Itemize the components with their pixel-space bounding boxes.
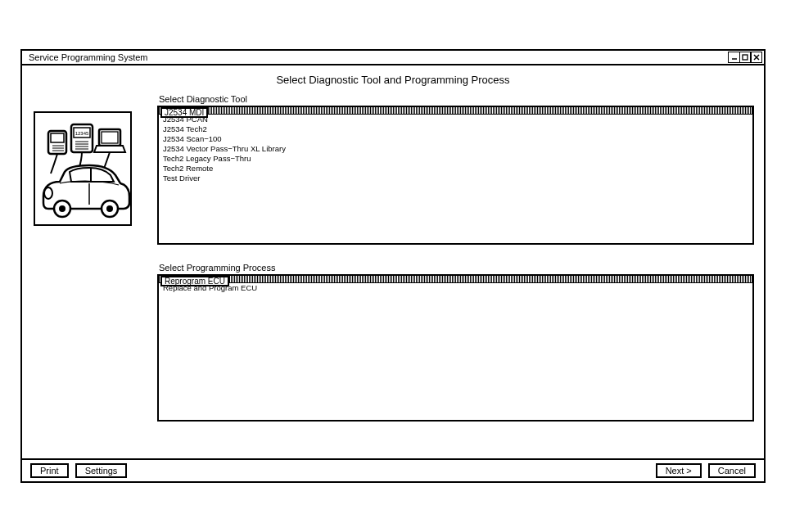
- svg-rect-16: [102, 132, 118, 143]
- list-item[interactable]: J2534 PCAN: [163, 115, 752, 124]
- titlebar: Service Programming System: [22, 51, 764, 65]
- list-item[interactable]: J2534 Vector Pass−Thru XL Library: [163, 144, 752, 154]
- list-item[interactable]: J2534 Scan−100: [163, 134, 752, 144]
- svg-rect-1: [743, 55, 748, 60]
- print-button[interactable]: Print: [30, 463, 69, 478]
- list-item[interactable]: Test Driver: [163, 174, 752, 183]
- programming-process-listbox[interactable]: Reprogram ECU Replace and Program ECU: [157, 274, 754, 422]
- illustration-label: 12345: [75, 131, 89, 136]
- svg-point-18: [44, 187, 52, 199]
- page-title: Select Diagnostic Tool and Programming P…: [22, 65, 764, 91]
- programming-process-selected[interactable]: Reprogram ECU: [160, 276, 229, 286]
- diagnostic-tool-label: Select Diagnostic Tool: [157, 94, 754, 104]
- window-controls: [730, 52, 763, 63]
- cancel-button[interactable]: Cancel: [708, 463, 756, 478]
- diagnostic-tool-listbox[interactable]: J2534 MDI J2534 PCAN J2534 Tech2 J2534 S…: [157, 106, 754, 245]
- close-button[interactable]: [750, 52, 762, 63]
- listbox-header-bar: [159, 276, 752, 283]
- content-area: Select Diagnostic Tool and Programming P…: [22, 65, 764, 481]
- diagnostic-illustration: 12345: [34, 111, 132, 226]
- app-window: Service Programming System Select Diagno…: [20, 49, 766, 483]
- svg-rect-5: [51, 133, 64, 142]
- svg-point-21: [59, 205, 66, 212]
- list-item[interactable]: Tech2 Legacy Pass−Thru: [163, 154, 752, 164]
- programming-process-label: Select Programming Process: [157, 263, 754, 273]
- footer: Print Settings Next > Cancel: [22, 460, 764, 481]
- list-item[interactable]: Replace and Program ECU: [163, 283, 752, 293]
- window-title: Service Programming System: [24, 52, 148, 62]
- diagnostic-tool-selected[interactable]: J2534 MDI: [160, 107, 208, 118]
- main-panel: Select Diagnostic Tool J2534 MDI J2534 P…: [157, 94, 754, 453]
- list-item[interactable]: J2534 Tech2: [163, 124, 752, 134]
- settings-button[interactable]: Settings: [75, 463, 128, 478]
- list-item[interactable]: Tech2 Remote: [163, 164, 752, 174]
- programming-process-items: Replace and Program ECU: [159, 283, 752, 293]
- diagnostic-tool-items: J2534 PCAN J2534 Tech2 J2534 Scan−100 J2…: [159, 115, 752, 183]
- svg-point-23: [106, 205, 113, 212]
- next-button[interactable]: Next >: [656, 463, 702, 478]
- listbox-header-bar: [159, 107, 752, 115]
